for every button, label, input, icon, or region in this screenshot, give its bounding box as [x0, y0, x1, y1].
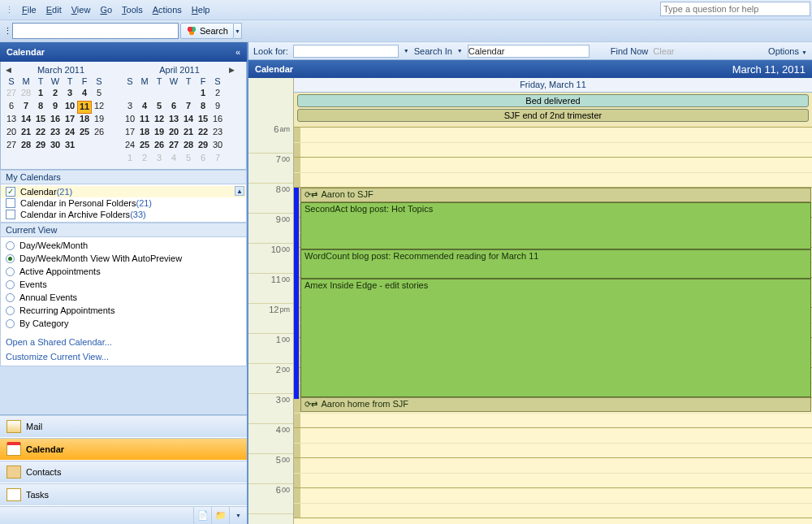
cal-day[interactable]: 15 — [33, 114, 48, 127]
cal-day[interactable]: 8 — [196, 101, 210, 114]
cal-day[interactable]: 28 — [19, 88, 33, 101]
cal-day[interactable] — [123, 88, 137, 101]
allday-event[interactable]: SJF end of 2nd trimester — [297, 109, 809, 122]
cal-day[interactable]: 5 — [92, 88, 106, 101]
radio-icon[interactable] — [6, 254, 15, 263]
radio-icon[interactable] — [6, 280, 15, 289]
cal-day[interactable]: 2 — [137, 153, 152, 166]
cal-day[interactable]: 14 — [19, 114, 33, 127]
cal-day[interactable]: 21 — [19, 127, 33, 140]
cal-day[interactable]: 8 — [33, 101, 48, 114]
cal-day[interactable]: 26 — [92, 127, 106, 140]
radio-icon[interactable] — [6, 306, 15, 315]
allday-area[interactable]: Bed deliveredSJF end of 2nd trimester — [294, 93, 812, 128]
month-title[interactable]: April 2011 — [159, 65, 200, 75]
cal-day[interactable]: 6 — [196, 153, 210, 166]
menu-go[interactable]: Go — [95, 3, 117, 16]
cal-day[interactable]: 20 — [4, 127, 19, 140]
nav-mail[interactable]: Mail — [0, 415, 247, 438]
calendar-item[interactable]: ✓Calendar (21) — [1, 186, 246, 197]
view-option[interactable]: Active Appointments — [1, 265, 246, 278]
cal-day[interactable]: 23 — [210, 127, 225, 140]
cal-day[interactable] — [137, 88, 152, 101]
cal-day[interactable]: 2 — [48, 88, 63, 101]
view-option[interactable]: Day/Week/Month View With AutoPreview — [1, 252, 246, 265]
cal-day[interactable]: 6 — [4, 101, 19, 114]
cal-day[interactable]: 13 — [4, 114, 19, 127]
checkbox-icon[interactable] — [6, 198, 15, 208]
cal-day[interactable]: 1 — [33, 88, 48, 101]
scroll-up-icon[interactable]: ▲ — [235, 186, 244, 196]
cal-day[interactable] — [181, 88, 196, 101]
cal-day[interactable]: 28 — [19, 140, 33, 153]
cal-day[interactable]: 29 — [196, 140, 210, 153]
chevron-down-icon[interactable]: ▼ — [404, 48, 409, 54]
time-slot[interactable] — [294, 428, 812, 458]
day-body[interactable]: Friday, March 11 Bed deliveredSJF end of… — [294, 78, 812, 524]
cal-day[interactable]: 26 — [152, 140, 166, 153]
cal-day[interactable]: 6 — [166, 101, 181, 114]
cal-day[interactable] — [92, 140, 106, 153]
configure-icon[interactable]: ▼ — [229, 507, 247, 524]
menu-file[interactable]: File — [17, 3, 41, 16]
help-search-input[interactable] — [660, 2, 810, 16]
cal-day[interactable]: 9 — [48, 101, 63, 114]
clear-button[interactable]: Clear — [653, 46, 674, 56]
menu-edit[interactable]: Edit — [41, 3, 67, 16]
cal-day[interactable]: 19 — [92, 114, 106, 127]
cal-day[interactable]: 7 — [19, 101, 33, 114]
cal-day[interactable]: 27 — [166, 140, 181, 153]
appointment[interactable]: Amex Inside Edge - edit stories — [300, 279, 811, 397]
view-option[interactable]: Recurring Appointments — [1, 304, 246, 317]
cal-day[interactable]: 21 — [181, 127, 196, 140]
chevron-down-icon[interactable]: ▼ — [457, 48, 463, 54]
cal-day[interactable]: 30 — [210, 140, 225, 153]
cal-day[interactable]: 28 — [181, 140, 196, 153]
find-now-button[interactable]: Find Now — [611, 46, 648, 56]
next-month-icon[interactable]: ▶ — [229, 66, 235, 74]
cal-day[interactable]: 4 — [137, 101, 152, 114]
allday-event[interactable]: Bed delivered — [297, 94, 809, 107]
cal-day[interactable]: 16 — [48, 114, 63, 127]
time-slot[interactable] — [294, 128, 812, 158]
checkbox-icon[interactable]: ✓ — [6, 187, 15, 197]
cal-day[interactable]: 3 — [152, 153, 166, 166]
day-header[interactable]: Friday, March 11 — [294, 78, 812, 93]
cal-day[interactable]: 19 — [152, 127, 166, 140]
cal-day[interactable]: 9 — [210, 101, 225, 114]
cal-day[interactable]: 18 — [137, 127, 152, 140]
cal-day[interactable]: 24 — [63, 127, 77, 140]
cal-day[interactable]: 16 — [210, 114, 225, 127]
cal-day[interactable]: 30 — [48, 140, 63, 153]
prev-month-icon[interactable]: ◀ — [6, 66, 11, 74]
cal-day[interactable]: 27 — [4, 88, 19, 101]
cal-day[interactable]: 14 — [181, 114, 196, 127]
appointment[interactable]: ⟳⇄ Aaron to SJF — [300, 188, 811, 202]
cal-day[interactable]: 10 — [63, 101, 77, 114]
menu-help[interactable]: Help — [187, 3, 215, 16]
nav-calendar[interactable]: Calendar — [0, 438, 247, 461]
view-option[interactable]: Annual Events — [1, 291, 246, 304]
search-dropdown[interactable]: ▼ — [234, 23, 242, 39]
month-title[interactable]: March 2011 — [37, 65, 84, 75]
cal-day[interactable]: 13 — [166, 114, 181, 127]
cal-day[interactable]: 12 — [92, 101, 106, 114]
cal-day[interactable]: 18 — [77, 114, 92, 127]
cal-day[interactable]: 11 — [77, 101, 92, 114]
time-slot[interactable] — [294, 158, 812, 188]
cal-day[interactable]: 1 — [123, 153, 137, 166]
radio-icon[interactable] — [6, 241, 15, 250]
cal-day[interactable] — [166, 88, 181, 101]
menu-tools[interactable]: Tools — [117, 3, 148, 16]
search-input[interactable] — [12, 23, 179, 39]
menu-view[interactable]: View — [67, 3, 96, 16]
look-for-input[interactable] — [293, 45, 399, 58]
cal-day[interactable] — [77, 140, 92, 153]
my-calendars-header[interactable]: My Calendars — [0, 170, 247, 184]
options-button[interactable]: Options ▼ — [768, 46, 807, 56]
menu-actions[interactable]: Actions — [148, 3, 187, 16]
cal-day[interactable]: 12 — [152, 114, 166, 127]
cal-day[interactable]: 22 — [33, 127, 48, 140]
view-option[interactable]: Day/Week/Month — [1, 239, 246, 252]
nav-tasks[interactable]: Tasks — [0, 483, 247, 506]
